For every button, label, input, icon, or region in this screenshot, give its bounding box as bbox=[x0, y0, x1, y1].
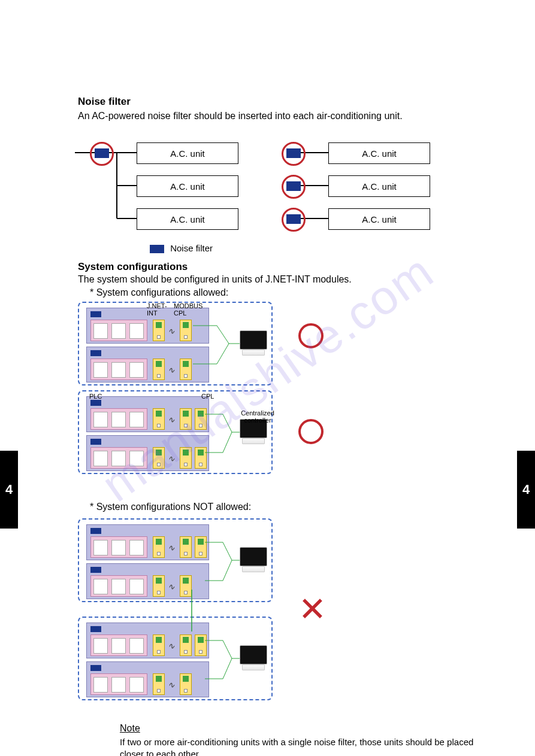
pc-controller bbox=[240, 547, 267, 572]
pc-controller bbox=[240, 330, 267, 356]
cpu-slot bbox=[93, 323, 108, 339]
page-tab-left: 4 bbox=[0, 451, 18, 529]
page-number-right: 4 bbox=[522, 482, 530, 497]
allowed-label: * System configurations allowed: bbox=[90, 287, 228, 298]
text-system-config-body: The system should be configured in units… bbox=[78, 274, 352, 285]
zigzag-icon: ∿ bbox=[168, 326, 175, 336]
ok-mark-2 bbox=[298, 419, 324, 444]
note-label: Note bbox=[120, 723, 140, 733]
cross-link bbox=[180, 590, 204, 631]
system-group-notallowed-2: ∿ ∿ bbox=[78, 617, 273, 700]
noise-filter-legend: Noise filter bbox=[150, 243, 213, 253]
legend-cube-icon bbox=[150, 245, 164, 253]
circle-filter-3 bbox=[282, 208, 306, 232]
heading-noise-filter: Noise filter bbox=[78, 96, 131, 108]
ok-mark-1 bbox=[298, 323, 324, 348]
label-plc: PLC bbox=[89, 393, 102, 400]
ac-unit-box: A.C. unit bbox=[137, 175, 238, 197]
jnet-slot bbox=[180, 320, 192, 341]
rack-label-cube bbox=[90, 311, 101, 317]
label-cpl: CPL bbox=[201, 393, 214, 400]
rack-label-cube bbox=[90, 350, 101, 356]
cable-svg bbox=[193, 321, 247, 375]
note-body: If two or more air-conditioning units wi… bbox=[120, 736, 479, 756]
system-group-notallowed-1: ∿ ∿ bbox=[78, 518, 273, 602]
cpu-slot bbox=[111, 323, 126, 339]
circle-filter-2 bbox=[282, 175, 306, 199]
label-jnet: J.NET- INT bbox=[147, 302, 167, 317]
text-noise-filter-body: An AC-powered noise filter should be ins… bbox=[78, 111, 403, 122]
heading-system-config: System configurations bbox=[78, 261, 188, 273]
cpu-box bbox=[90, 359, 147, 380]
pc-controller bbox=[240, 645, 267, 670]
ac-unit-box: A.C. unit bbox=[328, 208, 430, 230]
rack: ∿ bbox=[86, 347, 209, 382]
circle-filter-1 bbox=[282, 142, 306, 166]
page-tab-right: 4 bbox=[517, 451, 535, 529]
ac-unit-box: A.C. unit bbox=[328, 142, 430, 164]
ac-unit-box: A.C. unit bbox=[328, 175, 430, 197]
ac-unit-box: A.C. unit bbox=[137, 208, 238, 230]
ac-unit-box: A.C. unit bbox=[137, 142, 238, 164]
x-mark: ✕ bbox=[298, 590, 327, 629]
system-group-allowed-2: ∿ ∿ bbox=[78, 390, 273, 474]
label-centralized-controller: Centralized controller bbox=[240, 409, 276, 424]
not-allowed-label: * System configurations NOT allowed: bbox=[90, 502, 251, 512]
circle-shared-filter bbox=[90, 142, 114, 166]
cpu-box bbox=[90, 320, 147, 341]
jnet-slot bbox=[153, 320, 165, 341]
label-modbus-cpl: MODBUS CPL bbox=[174, 302, 202, 317]
cpu-slot bbox=[129, 323, 144, 339]
page-number-left: 4 bbox=[5, 482, 13, 497]
